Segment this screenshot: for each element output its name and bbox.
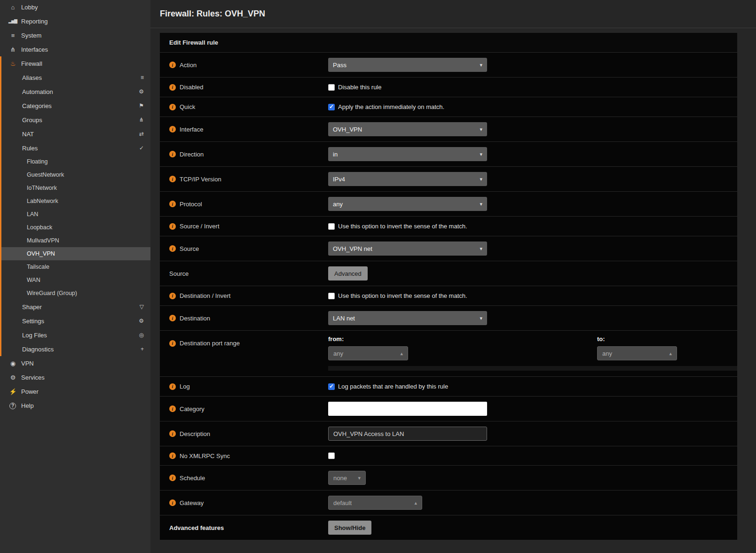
form-row-port-range: Destination port range from: any to:	[160, 331, 737, 377]
form-row-ip-version: TCP/IP Version IPv4	[160, 167, 737, 192]
system-icon: ≡	[8, 32, 18, 39]
action-select[interactable]: Pass	[328, 58, 487, 72]
form-row-source-advanced: Source Advanced	[160, 261, 737, 286]
sidebar-item-services[interactable]: ⚙ Services	[0, 370, 150, 384]
port-range-strip	[328, 366, 737, 371]
info-icon[interactable]	[169, 201, 176, 207]
field-label: Protocol	[180, 201, 202, 208]
ip-version-select[interactable]: IPv4	[328, 172, 487, 186]
select-value: OVH_VPN	[333, 126, 362, 133]
sidebar-item-label: Power	[21, 388, 39, 395]
sidebar-item-system[interactable]: ≡ System	[0, 28, 150, 42]
sidebar-item-reporting[interactable]: ▂▅▇ Reporting	[0, 14, 150, 28]
form-row-destination-invert: Destination / Invert Use this option to …	[160, 286, 737, 306]
field-label: Source / Invert	[180, 223, 220, 230]
interface-select[interactable]: OVH_VPN	[328, 122, 487, 136]
field-label: Source	[180, 245, 199, 252]
sidebar-item-shaper[interactable]: Shaper ▽	[1, 300, 150, 314]
sidebar-item-iotnetwork[interactable]: IoTNetwork	[1, 181, 150, 195]
info-icon[interactable]	[169, 475, 176, 481]
info-icon[interactable]	[169, 499, 176, 506]
sidebar-item-label: Services	[21, 374, 45, 381]
logfiles-eye-icon: ◎	[139, 332, 144, 338]
gateway-select[interactable]: default	[328, 496, 422, 510]
sidebar-item-label: Groups	[22, 117, 42, 124]
info-icon[interactable]	[169, 340, 176, 347]
select-value: any	[602, 350, 612, 357]
select-value: Pass	[333, 62, 346, 69]
automation-gear-icon: ⚙	[139, 88, 144, 95]
info-icon[interactable]	[169, 245, 176, 252]
form-row-quick: Quick Apply the action immediately on ma…	[160, 97, 737, 117]
info-icon[interactable]	[169, 430, 176, 437]
sidebar-item-vpn[interactable]: ◉ VPN	[0, 356, 150, 370]
show-hide-advanced-button[interactable]: Show/Hide	[328, 521, 371, 535]
info-icon[interactable]	[169, 405, 176, 412]
sidebar-item-tailscale[interactable]: Tailscale	[1, 260, 150, 273]
sidebar-item-power[interactable]: ⚡ Power	[0, 384, 150, 398]
sidebar-item-labnetwork[interactable]: LabNetwork	[1, 195, 150, 208]
sidebar-item-mullvadvpn[interactable]: MullvadVPN	[1, 234, 150, 247]
log-checkbox[interactable]	[328, 383, 335, 390]
info-icon[interactable]	[169, 104, 176, 110]
sidebar-item-wireguard-group[interactable]: WireGuard (Group)	[1, 287, 150, 300]
info-icon[interactable]	[169, 84, 176, 91]
protocol-select[interactable]: any	[328, 197, 487, 211]
sidebar-item-wan[interactable]: WAN	[1, 273, 150, 287]
sidebar-item-guestnetwork[interactable]: GuestNetwork	[1, 168, 150, 181]
port-from-select[interactable]: any	[328, 346, 408, 360]
info-icon[interactable]	[169, 62, 176, 68]
destination-invert-checkbox[interactable]	[328, 293, 335, 299]
form-row-schedule: Schedule none	[160, 466, 737, 491]
source-select[interactable]: OVH_VPN net	[328, 241, 487, 256]
select-value: default	[333, 499, 352, 506]
sidebar-item-label: Settings	[22, 318, 44, 325]
sidebar-item-help[interactable]: ? Help	[0, 398, 150, 413]
sidebar-item-loopback[interactable]: Loopback	[1, 221, 150, 234]
sidebar-item-interfaces[interactable]: ⋔ Interfaces	[0, 42, 150, 56]
source-invert-checkbox[interactable]	[328, 223, 335, 230]
info-icon[interactable]	[169, 176, 176, 182]
category-input[interactable]	[328, 402, 487, 416]
info-icon[interactable]	[169, 383, 176, 390]
source-advanced-button[interactable]: Advanced	[328, 266, 368, 280]
sidebar-item-lobby[interactable]: ⌂ Lobby	[0, 0, 150, 14]
checkbox-label: Log packets that are handled by this rul…	[338, 383, 448, 390]
sidebar-item-groups[interactable]: Groups ⋔	[1, 113, 150, 127]
destination-select[interactable]: LAN net	[328, 311, 487, 325]
info-icon[interactable]	[169, 223, 176, 230]
sidebar-item-automation[interactable]: Automation ⚙	[1, 85, 150, 99]
sidebar-item-ovh-vpn[interactable]: OVH_VPN	[1, 247, 150, 260]
sidebar-item-diagnostics[interactable]: Diagnostics +	[1, 342, 150, 356]
main-content: Firewall: Rules: OVH_VPN Edit Firewall r…	[150, 0, 756, 553]
no-xmlrpc-checkbox[interactable]	[328, 452, 335, 459]
schedule-select[interactable]: none	[328, 471, 366, 485]
description-input[interactable]	[328, 427, 487, 441]
info-icon[interactable]	[169, 126, 176, 132]
sidebar-item-label: System	[21, 32, 41, 39]
info-icon[interactable]	[169, 293, 176, 299]
sidebar-item-firewall[interactable]: ♨ Firewall	[1, 56, 150, 70]
categories-tags-icon: ⚑	[139, 102, 144, 109]
field-label: Destination port range	[180, 340, 240, 347]
checkbox-label: Use this option to invert the sense of t…	[338, 292, 467, 299]
sidebar: ⌂ Lobby ▂▅▇ Reporting ≡ System ⋔ Interfa…	[0, 0, 150, 553]
sidebar-item-log-files[interactable]: Log Files ◎	[1, 328, 150, 342]
quick-checkbox[interactable]	[328, 104, 335, 110]
sidebar-item-label: Interfaces	[21, 46, 48, 53]
sidebar-item-floating[interactable]: Floating	[1, 155, 150, 168]
sidebar-item-lan[interactable]: LAN	[1, 208, 150, 221]
info-icon[interactable]	[169, 315, 176, 321]
sidebar-item-categories[interactable]: Categories ⚑	[1, 99, 150, 113]
sidebar-item-settings[interactable]: Settings ⚙	[1, 314, 150, 328]
port-to-select[interactable]: any	[597, 346, 677, 360]
info-icon[interactable]	[169, 151, 176, 157]
direction-select[interactable]: in	[328, 147, 487, 161]
info-icon[interactable]	[169, 452, 176, 459]
sidebar-item-rules[interactable]: Rules ✓	[1, 141, 150, 155]
sidebar-item-aliases[interactable]: Aliases ≡	[1, 70, 150, 85]
disabled-checkbox[interactable]	[328, 84, 335, 91]
field-label: Action	[180, 62, 197, 69]
sidebar-item-nat[interactable]: NAT ⇄	[1, 127, 150, 141]
sidebar-firewall-section: ♨ Firewall Aliases ≡ Automation ⚙ Catego…	[0, 56, 150, 356]
